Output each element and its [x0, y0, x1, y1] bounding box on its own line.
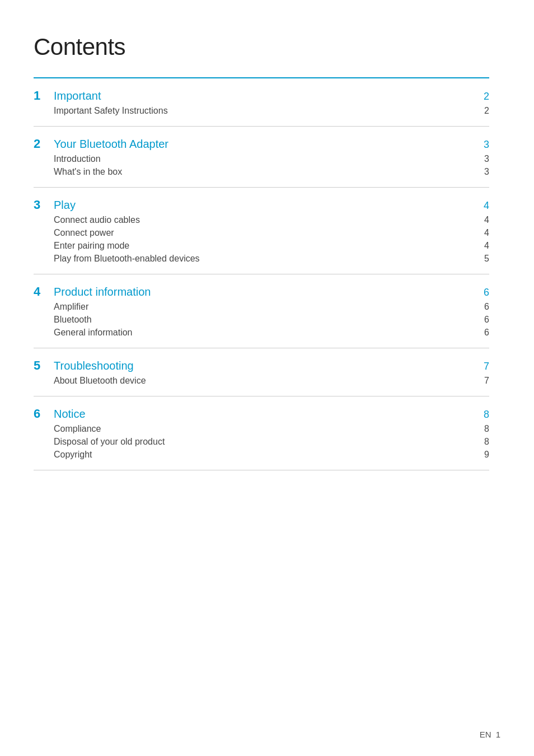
section-number-4: 4 — [34, 284, 46, 299]
section-number-3: 3 — [34, 198, 46, 212]
subsection-page-4-2: 6 — [478, 328, 489, 338]
toc-section-6: 6Notice8Compliance8Disposal of your old … — [34, 396, 489, 470]
subsection-row-6-2: Copyright9 — [34, 450, 489, 460]
subsection-row-3-2: Enter pairing mode4 — [34, 241, 489, 251]
subsection-page-3-0: 4 — [478, 215, 489, 225]
footer-page: 1 — [496, 730, 500, 739]
subsection-page-3-1: 4 — [478, 228, 489, 238]
subsection-title-3-3: Play from Bluetooth-enabled devices — [54, 254, 200, 264]
subsection-row-4-0: Amplifier6 — [34, 302, 489, 312]
section-page-5: 7 — [478, 361, 489, 372]
section-page-4: 6 — [478, 287, 489, 298]
subsection-title-5-0: About Bluetooth device — [54, 376, 146, 386]
subsection-row-4-2: General information6 — [34, 328, 489, 338]
subsection-row-2-0: Introduction3 — [34, 154, 489, 164]
subsection-title-4-0: Amplifier — [54, 302, 88, 312]
section-header-row-5: 5Troubleshooting7 — [34, 358, 489, 373]
section-title-1: Important — [54, 90, 101, 102]
subsection-title-6-1: Disposal of your old product — [54, 437, 165, 447]
section-header-row-1: 1Important2 — [34, 88, 489, 103]
subsection-title-2-0: Introduction — [54, 154, 101, 164]
section-header-row-3: 3Play4 — [34, 198, 489, 212]
subsection-page-6-2: 9 — [478, 450, 489, 460]
subsection-page-2-1: 3 — [478, 167, 489, 177]
section-title-2: Your Bluetooth Adapter — [54, 138, 168, 151]
section-page-3: 4 — [478, 200, 489, 212]
section-header-row-2: 2Your Bluetooth Adapter3 — [34, 137, 489, 151]
subsection-title-6-0: Compliance — [54, 424, 101, 434]
subsection-title-4-1: Bluetooth — [54, 315, 92, 325]
section-number-6: 6 — [34, 407, 46, 421]
section-page-6: 8 — [478, 409, 489, 421]
subsection-row-2-1: What's in the box3 — [34, 167, 489, 177]
subsection-row-5-0: About Bluetooth device7 — [34, 376, 489, 386]
page: Contents 1Important2Important Safety Ins… — [0, 0, 534, 756]
subsection-title-2-1: What's in the box — [54, 167, 122, 177]
footer-lang: EN — [480, 730, 491, 739]
subsection-title-3-2: Enter pairing mode — [54, 241, 129, 251]
toc-section-2: 2Your Bluetooth Adapter3Introduction3Wha… — [34, 127, 489, 188]
section-number-5: 5 — [34, 358, 46, 373]
subsection-title-3-0: Connect audio cables — [54, 215, 140, 225]
footer: EN 1 — [480, 730, 500, 739]
subsection-row-3-1: Connect power4 — [34, 228, 489, 238]
subsection-title-4-2: General information — [54, 328, 133, 338]
subsection-page-6-1: 8 — [478, 437, 489, 447]
section-page-1: 2 — [478, 91, 489, 102]
subsection-row-6-1: Disposal of your old product8 — [34, 437, 489, 447]
toc-section-4: 4Product information6Amplifier6Bluetooth… — [34, 274, 489, 348]
section-title-4: Product information — [54, 286, 151, 298]
subsection-page-4-1: 6 — [478, 315, 489, 325]
subsection-title-6-2: Copyright — [54, 450, 92, 460]
subsection-row-3-0: Connect audio cables4 — [34, 215, 489, 225]
toc-section-5: 5Troubleshooting7About Bluetooth device7 — [34, 348, 489, 396]
page-title: Contents — [34, 34, 489, 60]
toc-section-3: 3Play4Connect audio cables4Connect power… — [34, 188, 489, 274]
subsection-row-3-3: Play from Bluetooth-enabled devices5 — [34, 254, 489, 264]
subsection-page-1-0: 2 — [478, 106, 489, 116]
section-number-2: 2 — [34, 137, 46, 151]
subsection-page-6-0: 8 — [478, 424, 489, 434]
subsection-row-4-1: Bluetooth6 — [34, 315, 489, 325]
section-number-1: 1 — [34, 88, 46, 103]
toc-container: 1Important2Important Safety Instructions… — [34, 78, 489, 470]
subsection-page-4-0: 6 — [478, 302, 489, 312]
section-header-row-6: 6Notice8 — [34, 407, 489, 421]
subsection-title-3-1: Connect power — [54, 228, 114, 238]
section-page-2: 3 — [478, 139, 489, 151]
subsection-page-5-0: 7 — [478, 376, 489, 386]
section-title-6: Notice — [54, 408, 86, 421]
subsection-page-3-2: 4 — [478, 241, 489, 251]
subsection-row-6-0: Compliance8 — [34, 424, 489, 434]
section-title-5: Troubleshooting — [54, 360, 134, 372]
section-header-row-4: 4Product information6 — [34, 284, 489, 299]
section-title-3: Play — [54, 199, 76, 212]
subsection-row-1-0: Important Safety Instructions2 — [34, 106, 489, 116]
subsection-page-3-3: 5 — [478, 254, 489, 264]
toc-section-1: 1Important2Important Safety Instructions… — [34, 78, 489, 127]
subsection-page-2-0: 3 — [478, 154, 489, 164]
subsection-title-1-0: Important Safety Instructions — [54, 106, 168, 116]
